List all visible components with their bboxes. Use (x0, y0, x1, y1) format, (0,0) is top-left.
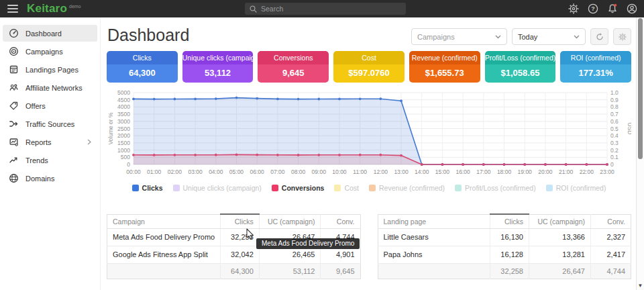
svg-text:2000: 2000 (117, 132, 130, 139)
column-header[interactable]: Landing page (378, 214, 490, 228)
total-cell: 26,647 (529, 263, 591, 279)
topbar-icon-group: ? (568, 0, 637, 17)
chevron-down-icon (574, 35, 580, 39)
svg-text:00:00: 00:00 (126, 168, 141, 175)
metric-value: 64,300 (107, 64, 178, 83)
metric-card-clicks[interactable]: Clicks 64,300 (107, 51, 178, 83)
legend-swatch (334, 185, 341, 191)
right-axis-title: USD (627, 123, 631, 135)
traffic-sources-icon (9, 119, 19, 129)
affiliate-networks-icon (9, 83, 19, 93)
metric-label: Profit/Loss (confirmed) (485, 51, 556, 64)
legend-item[interactable]: Conversions (272, 184, 325, 192)
sidebar-item-trends[interactable]: Trends (3, 152, 97, 168)
sidebar-item-label: Traffic Sources (25, 120, 74, 128)
metric-card-cost[interactable]: Cost $597.0760 (333, 51, 405, 83)
column-header[interactable]: Campaign (107, 214, 221, 228)
svg-text:22:00: 22:00 (580, 168, 594, 175)
column-header[interactable]: UC (campaign) (259, 214, 321, 228)
global-search (245, 3, 406, 15)
traffic-chart: 0500100015002000250030003500400045005000… (107, 89, 631, 178)
notification-dot (614, 4, 616, 7)
totals-row: 32,25826,6474,744 (378, 263, 631, 279)
metric-value: 9,645 (258, 64, 329, 83)
metric-card-roi[interactable]: ROI (confirmed) 177.31% (560, 51, 631, 83)
column-header[interactable]: Conv. (591, 214, 631, 228)
chevron-right-icon (87, 139, 91, 145)
row-value-cell: 13,366 (529, 228, 591, 246)
metric-card-unique-clicks[interactable]: Unique clicks (campaign) 53,112 (182, 51, 254, 83)
hamburger-menu-icon[interactable] (7, 5, 18, 13)
settings-gear-icon[interactable] (568, 3, 579, 14)
table-row[interactable]: Little Caesars16,13013,3662,327 (378, 228, 631, 246)
column-header[interactable]: Clicks (221, 214, 260, 228)
help-icon[interactable]: ? (588, 3, 598, 14)
legend-label: Conversions (282, 184, 325, 192)
notifications-bell-icon[interactable] (607, 3, 618, 14)
sidebar-item-label: Dashboard (25, 30, 62, 38)
sidebar-item-traffic-sources[interactable]: Traffic Sources (3, 115, 97, 132)
offers-tag-icon (9, 101, 19, 111)
sidebar-item-offers[interactable]: Offers (3, 97, 97, 114)
search-input[interactable] (261, 5, 388, 13)
metric-cards-row: Clicks 64,300 Unique clicks (campaign) 5… (107, 51, 631, 83)
metric-card-revenue[interactable]: Revenue (confirmed) $1,655.73 (409, 51, 480, 83)
table-header[interactable]: CampaignClicksUC (campaign)Conv. (107, 214, 361, 228)
svg-text:1000: 1000 (117, 147, 130, 154)
svg-text:4000: 4000 (117, 103, 130, 110)
legend-label: Profit/Loss (confirmed) (465, 184, 536, 192)
svg-text:1.0: 1.0 (610, 89, 619, 96)
svg-text:0.1: 0.1 (610, 154, 619, 160)
refresh-button[interactable] (590, 28, 608, 45)
profile-icon[interactable] (627, 3, 637, 14)
svg-text:19:00: 19:00 (518, 168, 533, 175)
chart-settings-button[interactable] (613, 28, 631, 45)
page-title: Dashboard (107, 26, 189, 45)
legend-item[interactable]: ROI (confirmed) (546, 184, 606, 192)
table-row[interactable]: Papa Johns16,12813,2812,417 (378, 246, 631, 263)
legend-item[interactable]: Revenue (confirmed) (369, 184, 445, 192)
sidebar-item-reports[interactable]: Reports (3, 134, 97, 150)
sidebar-item-label: Campaigns (25, 48, 63, 56)
sidebar-item-landings-pages[interactable]: Landings Pages (3, 61, 97, 78)
legend-label: Unique clicks (campaign) (183, 184, 262, 192)
gear-icon (619, 33, 627, 41)
sidebar-item-label: Reports (25, 138, 52, 146)
legend-label: ROI (confirmed) (556, 184, 606, 192)
metric-card-profit-loss[interactable]: Profit/Loss (confirmed) $1,058.65 (485, 51, 556, 83)
row-name-cell[interactable]: Papa Johns (378, 246, 490, 263)
table-header[interactable]: Landing pageClicksUC (campaign)Conv. (378, 214, 631, 228)
row-name-cell[interactable]: Google Ads Fitness App Split (107, 246, 221, 263)
row-name-cell[interactable]: Little Caesars (378, 228, 490, 246)
svg-text:0.9: 0.9 (610, 97, 619, 103)
sidebar-item-label: Landings Pages (25, 66, 78, 74)
metric-value: 177.31% (560, 64, 631, 83)
sidebar-item-campaigns[interactable]: Campaigns (3, 43, 97, 60)
row-value-cell: 32,258 (221, 228, 260, 246)
sidebar-item-affiliate-networks[interactable]: Affiliate Networks (3, 79, 97, 96)
svg-text:01:00: 01:00 (147, 168, 162, 175)
legend-item[interactable]: Unique clicks (campaign) (173, 184, 262, 192)
row-hover-tooltip: Meta Ads Food Delivery Promo (256, 238, 360, 249)
sidebar-item-label: Trends (25, 156, 48, 164)
column-header[interactable]: Clicks (490, 214, 529, 228)
legend-item[interactable]: Clicks (132, 184, 163, 192)
metric-card-conversions[interactable]: Conversions 9,645 (258, 51, 329, 83)
campaigns-filter-select[interactable]: Campaigns (411, 28, 507, 45)
legend-item[interactable]: Profit/Loss (confirmed) (455, 184, 536, 192)
svg-text:12:00: 12:00 (374, 168, 388, 175)
column-header[interactable]: Conv. (321, 214, 360, 228)
legend-item[interactable]: Cost (334, 184, 359, 192)
scrollbar-thumb[interactable] (638, 18, 643, 159)
date-range-select[interactable]: Today (512, 28, 586, 45)
scrollbar-down-arrow[interactable]: ▼ (637, 283, 643, 289)
table-body: Little Caesars16,13013,3662,327Papa John… (378, 228, 631, 263)
trends-icon (9, 155, 19, 165)
sidebar-item-domains[interactable]: Domains (3, 170, 97, 187)
sidebar-item-dashboard[interactable]: Dashboard (3, 25, 97, 42)
legend-swatch (173, 185, 180, 191)
row-name-cell[interactable]: Meta Ads Food Delivery Promo (107, 228, 221, 246)
svg-text:0.6: 0.6 (610, 118, 619, 125)
svg-text:13:00: 13:00 (394, 168, 409, 175)
column-header[interactable]: UC (campaign) (529, 214, 591, 228)
